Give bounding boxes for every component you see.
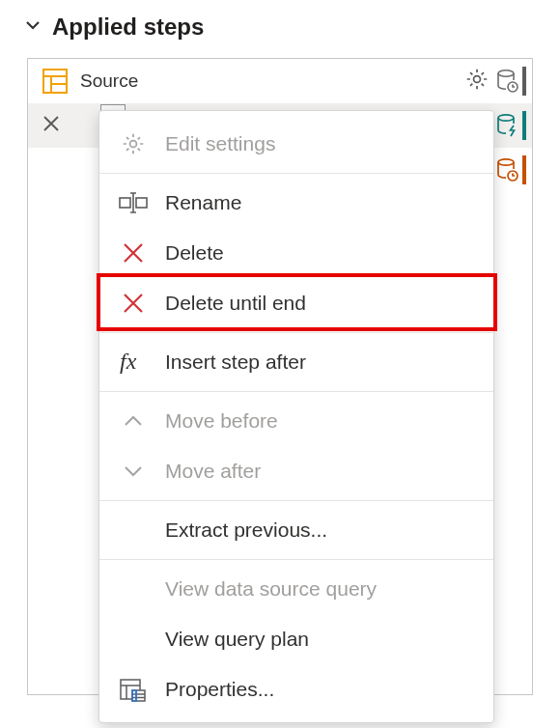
menu-insert-step-after[interactable]: fx Insert step after xyxy=(99,337,493,387)
chevron-up-icon xyxy=(119,406,148,435)
chevron-down-icon xyxy=(119,457,148,486)
database-lightning-icon xyxy=(495,111,526,140)
delete-x-icon xyxy=(119,238,148,267)
menu-label: Properties... xyxy=(165,678,274,701)
gear-icon xyxy=(119,129,148,158)
close-icon[interactable] xyxy=(40,112,63,140)
applied-steps-header[interactable]: Applied steps xyxy=(0,0,560,50)
panel-title: Applied steps xyxy=(52,14,204,41)
step-label: Source xyxy=(76,70,457,92)
context-menu: Edit settings Rename Delete Delete until… xyxy=(98,110,494,723)
menu-edit-settings[interactable]: Edit settings xyxy=(99,119,493,169)
svg-rect-4 xyxy=(52,85,66,92)
menu-label: View query plan xyxy=(165,628,309,651)
menu-view-data-source-query[interactable]: View data source query xyxy=(99,564,493,614)
menu-label: Delete xyxy=(165,241,224,265)
menu-separator xyxy=(99,559,493,560)
menu-delete[interactable]: Delete xyxy=(99,228,493,278)
svg-text:fx: fx xyxy=(120,350,137,374)
menu-separator xyxy=(99,173,493,174)
fx-icon: fx xyxy=(119,348,148,377)
menu-extract-previous[interactable]: Extract previous... xyxy=(99,505,493,555)
menu-move-after[interactable]: Move after xyxy=(99,446,493,496)
svg-rect-13 xyxy=(136,198,147,208)
placeholder-icon xyxy=(70,112,98,139)
svg-point-6 xyxy=(498,70,514,76)
menu-move-before[interactable]: Move before xyxy=(99,396,493,446)
svg-point-9 xyxy=(498,159,514,165)
menu-label: Move before xyxy=(165,409,278,433)
svg-rect-2 xyxy=(44,77,50,92)
menu-view-query-plan[interactable]: View query plan xyxy=(99,614,493,664)
database-clock-icon xyxy=(495,155,526,184)
svg-point-5 xyxy=(474,75,481,82)
svg-point-8 xyxy=(498,115,514,121)
svg-rect-1 xyxy=(44,70,66,75)
menu-label: Move after xyxy=(165,460,261,483)
svg-rect-3 xyxy=(52,77,66,83)
rename-icon xyxy=(119,188,148,217)
svg-rect-12 xyxy=(120,198,130,208)
menu-separator xyxy=(99,391,493,392)
menu-properties[interactable]: Properties... xyxy=(99,664,493,714)
menu-delete-until-end[interactable]: Delete until end xyxy=(99,278,493,328)
menu-separator xyxy=(99,332,493,333)
table-icon xyxy=(42,68,69,95)
step-source[interactable]: Source xyxy=(28,59,532,103)
svg-point-11 xyxy=(130,141,137,148)
blank-icon xyxy=(119,516,148,545)
database-clock-icon xyxy=(495,67,526,96)
menu-label: Delete until end xyxy=(165,292,306,315)
menu-separator xyxy=(99,500,493,501)
menu-label: Insert step after xyxy=(165,350,306,374)
delete-x-icon xyxy=(119,289,148,318)
menu-label: View data source query xyxy=(165,577,377,601)
menu-label: Rename xyxy=(165,191,241,214)
menu-rename[interactable]: Rename xyxy=(99,178,493,228)
svg-rect-18 xyxy=(132,690,145,701)
properties-icon xyxy=(119,675,148,704)
gear-icon[interactable] xyxy=(464,67,490,97)
blank-icon xyxy=(119,625,148,654)
menu-label: Edit settings xyxy=(165,132,275,155)
chevron-down-icon xyxy=(23,15,42,40)
menu-label: Extract previous... xyxy=(165,518,327,542)
blank-icon xyxy=(119,574,148,603)
